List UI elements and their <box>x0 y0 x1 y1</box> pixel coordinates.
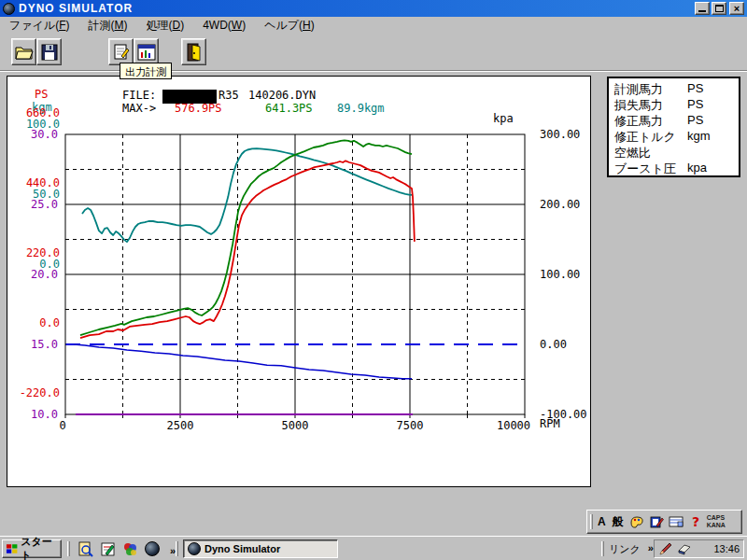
legend-row-corrected-torque: 修正トルクkgm <box>614 129 739 145</box>
dyno-app-icon <box>145 541 160 556</box>
tray-clock: 13:46 <box>713 543 740 554</box>
left-axis-label-af: 10.0 <box>31 408 58 421</box>
output-measure-button[interactable] <box>134 38 159 65</box>
legend-unit: kgm <box>687 129 711 143</box>
ime-tools-icon <box>629 514 644 529</box>
quicklaunch-notes-button[interactable] <box>99 540 116 557</box>
tray-pen-icon[interactable] <box>658 541 673 556</box>
tooltip-output-measure: 出力計測 <box>120 63 172 79</box>
windows-logo-icon <box>6 543 18 554</box>
maximize-icon <box>715 5 724 12</box>
app-icon[interactable] <box>3 3 15 15</box>
notepad-pencil-icon <box>100 541 116 557</box>
svg-text:?: ? <box>692 514 699 529</box>
window-title: DYNO SIMULATOR <box>19 2 133 15</box>
ime-kana-label: KANA <box>707 522 726 528</box>
links-label[interactable]: リンク <box>609 542 641 556</box>
dyno-app-icon <box>188 542 201 555</box>
legend-row-boost: ブースト圧kpa <box>614 161 739 176</box>
left-axis-label-af: 25.0 <box>31 198 58 211</box>
quicklaunch-colors-button[interactable] <box>121 540 138 557</box>
legend-label: 修正馬力 <box>614 114 663 128</box>
dyno-chart: 300.00200.00100.000.00-100.0002500500075… <box>7 77 592 488</box>
series-measured-power <box>80 161 415 338</box>
legend-unit: PS <box>687 81 703 95</box>
quicklaunch-dyno-button[interactable] <box>144 540 161 557</box>
menu-help[interactable]: ヘルプ(H) <box>255 17 324 35</box>
close-button[interactable]: × <box>729 2 744 15</box>
right-axis-label: 300.00 <box>540 128 580 141</box>
menu-4wd[interactable]: 4WD(W) <box>193 18 255 33</box>
open-folder-icon <box>15 44 34 61</box>
menu-bar: ファイル(F) 計測(M) 処理(D) 4WD(W) ヘルプ(H) <box>0 17 747 34</box>
ime-dictionary-icon <box>649 514 664 529</box>
ime-toolbar: A 般 ? CAPS KANA <box>586 510 742 534</box>
legend-row-air-fuel: 空燃比 <box>614 145 739 161</box>
left-axis-label-ps: 0.0 <box>39 316 60 329</box>
legend-box: 計測馬力PS 損失馬力PS 修正馬力PS 修正トルクkgm 空燃比 ブースト圧k… <box>607 77 740 177</box>
open-file-button[interactable] <box>11 38 36 65</box>
legend-unit: kpa <box>687 161 707 175</box>
ime-help-button[interactable]: ? <box>687 513 704 530</box>
quicklaunch-search-button[interactable] <box>77 540 93 557</box>
ime-caps-kana-indicator[interactable]: CAPS KANA <box>707 514 726 529</box>
search-page-icon <box>78 541 93 557</box>
toolbar-separator <box>0 70 747 72</box>
taskbar-grip[interactable] <box>601 541 604 556</box>
ime-dictionary-button[interactable] <box>648 513 665 530</box>
minimize-button[interactable] <box>695 2 710 15</box>
x-axis-label: 7500 <box>397 419 424 432</box>
tray-eraser-icon[interactable] <box>677 541 692 556</box>
output-measure-window-icon <box>137 44 156 61</box>
legend-unit: PS <box>687 113 703 127</box>
ime-conversion-mode-button[interactable]: 般 <box>611 514 626 530</box>
save-floppy-icon <box>41 44 58 61</box>
links-chevron[interactable]: » <box>648 542 654 556</box>
window-controls: × <box>693 2 744 15</box>
legend-row-loss-power: 損失馬力PS <box>614 97 739 113</box>
right-axis-label: 0.00 <box>540 338 567 351</box>
legend-unit: PS <box>687 97 703 111</box>
start-label: スタート <box>21 535 61 560</box>
task-button-label: Dyno Simulator <box>204 543 280 554</box>
title-bar: DYNO SIMULATOR × <box>0 0 747 17</box>
report-button[interactable] <box>108 38 134 65</box>
taskbar: スタート » Dyno Simulator リンク <box>0 536 747 560</box>
series-loss-power <box>74 344 412 379</box>
ime-caps-label: CAPS <box>707 514 725 521</box>
ime-tools-button[interactable] <box>628 513 645 530</box>
x-axis-label: 10000 <box>497 419 530 432</box>
ime-input-mode-button[interactable]: A <box>596 515 608 528</box>
system-tray: 13:46 <box>654 539 744 558</box>
task-button-dyno-simulator[interactable]: Dyno Simulator <box>183 539 338 558</box>
minimize-icon <box>698 10 706 12</box>
menu-file[interactable]: ファイル(F) <box>0 17 78 35</box>
legend-label: 計測馬力 <box>614 82 663 96</box>
menu-measure[interactable]: 計測(M) <box>78 17 136 35</box>
right-axis-label: 200.00 <box>540 198 580 211</box>
exit-button[interactable] <box>181 38 206 65</box>
close-icon: × <box>730 3 743 14</box>
x-axis-label: 0 <box>59 419 65 432</box>
right-axis-label: -100.00 <box>540 408 587 421</box>
start-button[interactable]: スタート <box>2 539 62 558</box>
quicklaunch-overflow-chevron[interactable]: » <box>164 542 181 559</box>
colors-icon <box>122 541 138 557</box>
maximize-button[interactable] <box>712 2 726 15</box>
series-corrected-torque <box>82 148 412 242</box>
save-button[interactable] <box>36 38 62 65</box>
taskbar-grip[interactable] <box>67 541 70 556</box>
ime-grip[interactable] <box>590 514 593 529</box>
ime-pad-icon <box>669 514 684 529</box>
left-axis-label-ps: -220.0 <box>20 386 60 399</box>
report-edit-icon <box>112 43 131 62</box>
exit-door-icon <box>186 43 203 62</box>
ime-pad-button[interactable] <box>668 513 684 530</box>
taskbar-grip[interactable] <box>176 541 178 556</box>
left-axis-label-af: 15.0 <box>31 338 58 351</box>
legend-label: ブースト圧 <box>614 161 676 175</box>
toolbar <box>0 34 747 69</box>
legend-label: 空燃比 <box>614 146 651 160</box>
menu-process[interactable]: 処理(D) <box>136 17 193 35</box>
x-axis-label: 2500 <box>167 419 194 432</box>
